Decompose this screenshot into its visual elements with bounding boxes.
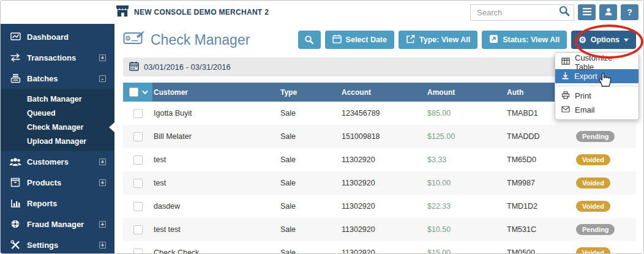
row-checkbox[interactable]	[133, 179, 143, 188]
sidebar-item-settings[interactable]: Settings +	[1, 234, 114, 254]
row-checkbox[interactable]	[133, 109, 143, 118]
sidebar-item-products[interactable]: Products +	[1, 172, 114, 193]
sidebar-item-dashboard[interactable]: Dashboard	[1, 26, 114, 47]
select-dropdown-chevron-icon[interactable]	[142, 88, 148, 94]
cell-account: 151009818	[340, 132, 426, 141]
menu-item-email[interactable]: Email	[555, 103, 638, 117]
expand-plus-icon[interactable]: +	[99, 221, 106, 228]
cell-customer: Bill Melater	[152, 132, 279, 141]
type-filter-button[interactable]: Type: View All	[399, 31, 477, 49]
select-all-cell	[123, 83, 152, 102]
sidebar-item-transactions[interactable]: Transactions +	[1, 47, 114, 68]
row-checkbox[interactable]	[133, 248, 143, 254]
cell-account: 123456789	[340, 109, 426, 118]
cell-customer: test test	[152, 225, 279, 234]
cell-type: Sale	[279, 202, 340, 211]
select-date-button[interactable]: Select Date	[325, 31, 394, 49]
fraud-manager-icon	[9, 219, 21, 229]
select-date-label: Select Date	[346, 35, 387, 44]
download-icon	[561, 72, 569, 81]
column-header-customer[interactable]: Customer	[152, 88, 279, 97]
sub-item-label: Queued	[27, 109, 56, 118]
cell-auth: TM65D0	[506, 155, 575, 164]
row-checkbox[interactable]	[133, 155, 143, 165]
topbar-search-area: ?	[470, 4, 638, 21]
menu-divider	[555, 86, 638, 86]
status-filter-label: Status: View All	[503, 35, 560, 44]
batches-submenu: Batch Manager Queued Check Manager Uploa…	[1, 89, 114, 151]
menu-item-print[interactable]: Print	[555, 89, 638, 103]
table-row[interactable]: test test Sale 11302920 $10.50 TM531C Pe…	[123, 218, 636, 241]
user-icon	[604, 7, 613, 18]
row-checkbox[interactable]	[133, 225, 143, 234]
status-badge: Voided	[576, 201, 610, 212]
search-icon[interactable]	[558, 5, 571, 20]
merchant-name: NEW CONSOLE DEMO MERCHANT 2	[134, 8, 269, 17]
sidebar-item-label: Fraud Manager	[27, 220, 84, 229]
column-header-account[interactable]: Account	[340, 88, 426, 97]
external-link-icon	[406, 34, 415, 45]
expand-plus-icon[interactable]: +	[99, 54, 106, 61]
check-manager-app: NEW CONSOLE DEMO MERCHANT 2	[0, 0, 644, 254]
cell-auth: TMD1D2	[506, 202, 575, 211]
search-input[interactable]	[477, 8, 558, 17]
options-label: Options	[591, 35, 620, 44]
account-button[interactable]	[599, 4, 617, 20]
expand-plus-icon[interactable]: +	[99, 242, 106, 248]
sidebar: Dashboard Transactions + Batch	[1, 24, 114, 253]
status-badge: Voided	[576, 177, 610, 189]
sidebar-item-upload-manager[interactable]: Upload Manager	[1, 134, 114, 148]
column-header-amount[interactable]: Amount	[426, 88, 506, 97]
envelope-icon	[561, 105, 570, 114]
sidebar-item-customers[interactable]: Customers +	[1, 151, 114, 172]
column-header-type[interactable]: Type	[279, 88, 340, 97]
table-row[interactable]: test Sale 11302920 $3.33 TM65D0 Voided	[123, 148, 636, 171]
sidebar-item-batch-manager[interactable]: Batch Manager	[1, 92, 114, 106]
menu-button[interactable]	[578, 4, 596, 20]
cell-customer: Igotta Buyit	[152, 109, 279, 118]
topbar: NEW CONSOLE DEMO MERCHANT 2	[1, 1, 643, 24]
status-filter-button[interactable]: Status: View All	[482, 31, 567, 49]
cell-type: Sale	[279, 109, 340, 118]
cell-amount: $85.00	[426, 109, 506, 118]
cell-amount: $125.00	[426, 132, 506, 141]
row-checkbox[interactable]	[133, 202, 143, 211]
cell-account: 11302920	[340, 202, 426, 211]
table-row[interactable]: dasdew Sale 11302920 $22.33 TMD1D2 Voide…	[123, 195, 636, 218]
settings-icon	[9, 240, 21, 250]
calendar-icon	[332, 34, 342, 45]
table-search-button[interactable]	[298, 31, 321, 49]
help-button[interactable]: ?	[621, 4, 638, 20]
sidebar-item-label: Settings	[27, 241, 58, 250]
cell-account: 11302920	[340, 155, 426, 164]
cell-type: Sale	[279, 179, 340, 187]
menu-item-customize-table[interactable]: Customize Table	[555, 55, 638, 69]
sub-item-label: Batch Manager	[27, 95, 82, 103]
cell-customer: test	[152, 179, 279, 187]
cell-type: Sale	[279, 248, 340, 254]
sidebar-item-reports[interactable]: Reports	[1, 193, 114, 214]
sidebar-item-label: Batches	[27, 74, 58, 83]
batches-icon	[9, 73, 21, 83]
collapse-minus-icon[interactable]: -	[99, 75, 106, 82]
row-checkbox[interactable]	[133, 132, 143, 141]
select-all-checkbox[interactable]	[129, 88, 138, 97]
type-filter-label: Type: View All	[419, 35, 470, 44]
sidebar-item-label: Transactions	[27, 53, 76, 62]
sidebar-item-queued[interactable]: Queued	[1, 106, 114, 120]
table-row[interactable]: Check Check Sale 11302920 $15.00 TM0500 …	[123, 241, 636, 254]
table-row[interactable]: test Sale 11302920 $10.00 TM9987 Voided	[123, 171, 636, 195]
transactions-icon	[9, 53, 21, 62]
sidebar-item-fraud-manager[interactable]: Fraud Manager +	[1, 214, 114, 234]
calendar-icon	[129, 61, 139, 73]
expand-plus-icon[interactable]: +	[99, 159, 106, 165]
table-row[interactable]: Bill Melater Sale 151009818 $125.00 TMAD…	[123, 125, 636, 148]
sidebar-item-batches[interactable]: Batches -	[1, 68, 114, 89]
options-button[interactable]: ⚙ Options	[571, 31, 636, 49]
cell-amount: $10.50	[426, 225, 506, 234]
sub-item-label: Check Manager	[27, 123, 83, 132]
products-icon	[9, 177, 21, 187]
expand-plus-icon[interactable]: +	[99, 179, 106, 186]
sidebar-item-check-manager[interactable]: Check Manager	[1, 120, 114, 134]
cell-account: 11302920	[340, 225, 426, 234]
